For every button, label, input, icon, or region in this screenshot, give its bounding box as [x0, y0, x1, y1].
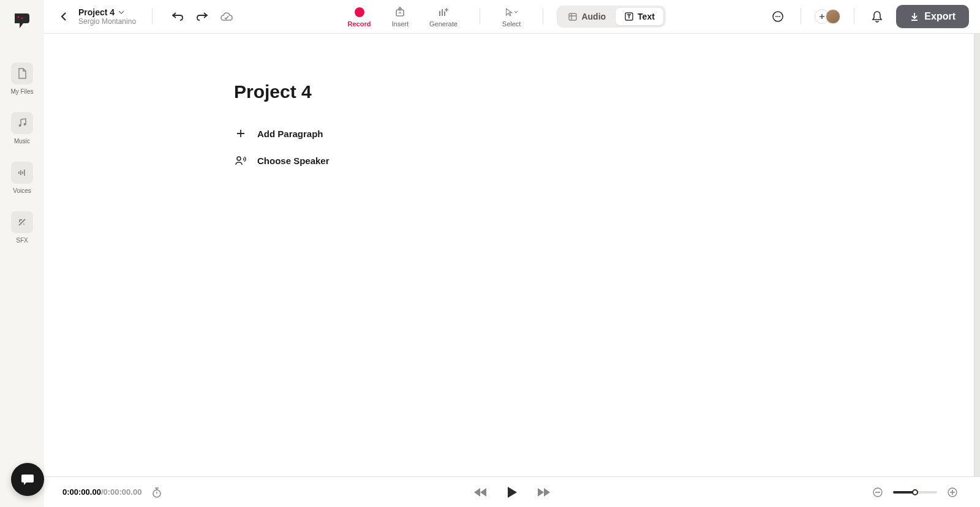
music-icon [11, 112, 33, 134]
cloud-sync-button[interactable] [217, 7, 236, 26]
svg-point-19 [237, 157, 241, 160]
mode-label: Audio [581, 12, 606, 21]
svg-rect-4 [18, 171, 20, 174]
tool-label: Insert [391, 20, 409, 28]
project-title-block[interactable]: Project 4 Sergio Montanino [78, 7, 136, 26]
forward-button[interactable] [535, 484, 552, 501]
topbar-right: Export [769, 5, 969, 28]
divider [801, 9, 801, 24]
svg-marker-21 [480, 488, 486, 497]
sidebar: My Files Music Voices SFX [0, 0, 44, 507]
chevron-down-icon [514, 10, 518, 14]
voice-icon [11, 162, 33, 184]
divider [152, 9, 153, 24]
scrollbar[interactable] [974, 34, 980, 476]
redo-button[interactable] [193, 7, 211, 26]
svg-point-2 [19, 124, 21, 127]
text-icon [624, 12, 634, 21]
generate-button[interactable]: Generate [421, 3, 466, 30]
choose-speaker-button[interactable]: Choose Speaker [234, 154, 980, 167]
svg-point-3 [24, 123, 26, 126]
svg-marker-23 [508, 487, 517, 498]
svg-rect-11 [442, 9, 443, 16]
svg-rect-12 [444, 12, 445, 16]
sidebar-item-my-files[interactable]: My Files [10, 62, 33, 95]
current-time: 0:00:00.00 [62, 487, 101, 497]
main: Project 4 Sergio Montanino Record [44, 0, 980, 507]
sfx-icon [11, 211, 33, 233]
export-label: Export [924, 11, 956, 22]
rewind-button[interactable] [472, 484, 489, 501]
svg-rect-7 [24, 170, 25, 176]
topbar: Project 4 Sergio Montanino Record [44, 0, 980, 34]
topbar-left: Project 4 Sergio Montanino [55, 7, 236, 26]
sidebar-item-label: My Files [10, 88, 33, 95]
audio-icon [568, 12, 578, 21]
sidebar-item-music[interactable]: Music [11, 112, 33, 145]
zoom-in-button[interactable] [943, 483, 962, 501]
sidebar-item-voices[interactable]: Voices [11, 162, 33, 194]
avatar-stack[interactable] [815, 9, 840, 24]
record-icon [355, 7, 364, 17]
svg-point-8 [23, 223, 24, 225]
page-title[interactable]: Project 4 [234, 81, 980, 102]
play-controls [472, 484, 552, 501]
speaker-icon [234, 154, 247, 167]
help-chat-button[interactable] [11, 463, 44, 496]
svg-marker-25 [544, 488, 550, 497]
user-avatar[interactable] [826, 9, 840, 24]
sidebar-item-sfx[interactable]: SFX [11, 211, 33, 244]
mode-label: Text [638, 12, 655, 21]
sidebar-item-label: Music [14, 138, 30, 145]
svg-rect-13 [569, 13, 576, 20]
svg-point-18 [779, 16, 780, 17]
svg-rect-5 [20, 170, 21, 175]
timer-button[interactable] [148, 483, 166, 501]
generate-icon [437, 6, 450, 19]
divider [543, 9, 543, 24]
zoom-controls [869, 483, 962, 501]
tool-label: Generate [429, 20, 458, 28]
center-tools: Record Insert Generate Select [339, 3, 666, 30]
playback-bar: 0:00:00.00 / 0:00:00.00 [44, 476, 980, 507]
add-paragraph-button[interactable]: Add Paragraph [234, 127, 980, 140]
total-time: 0:00:00.00 [104, 487, 142, 497]
plus-icon [234, 127, 247, 140]
divider [480, 9, 480, 24]
svg-marker-22 [474, 488, 480, 497]
app-logo[interactable] [11, 11, 33, 36]
svg-point-16 [775, 16, 777, 17]
svg-point-17 [777, 16, 778, 17]
back-button[interactable] [55, 8, 72, 25]
play-button[interactable] [503, 484, 521, 501]
insert-icon [393, 6, 407, 19]
mode-audio[interactable]: Audio [559, 8, 614, 25]
zoom-slider[interactable] [893, 491, 937, 494]
export-button[interactable]: Export [896, 5, 969, 28]
sidebar-item-label: SFX [16, 237, 28, 244]
undo-button[interactable] [168, 7, 187, 26]
select-button[interactable]: Select [494, 3, 530, 30]
content: Project 4 Add Paragraph Choose Speaker [44, 34, 980, 476]
download-icon [910, 12, 919, 21]
notifications-button[interactable] [868, 7, 886, 26]
select-icon [505, 6, 518, 19]
mode-text[interactable]: Text [616, 8, 663, 25]
divider [854, 9, 854, 24]
comments-button[interactable] [769, 7, 787, 26]
svg-rect-10 [439, 11, 440, 16]
action-label: Add Paragraph [257, 129, 323, 139]
file-icon [11, 62, 33, 85]
insert-button[interactable]: Insert [383, 3, 417, 30]
mode-toggle: Audio Text [557, 6, 665, 28]
action-label: Choose Speaker [257, 156, 330, 166]
record-button[interactable]: Record [339, 3, 380, 30]
zoom-thumb[interactable] [912, 489, 918, 495]
chevron-down-icon [118, 10, 124, 15]
svg-point-0 [18, 17, 20, 18]
zoom-out-button[interactable] [869, 483, 887, 501]
sidebar-item-label: Voices [13, 187, 31, 194]
svg-point-1 [21, 18, 23, 20]
svg-marker-24 [538, 488, 544, 497]
tool-label: Record [348, 20, 371, 28]
